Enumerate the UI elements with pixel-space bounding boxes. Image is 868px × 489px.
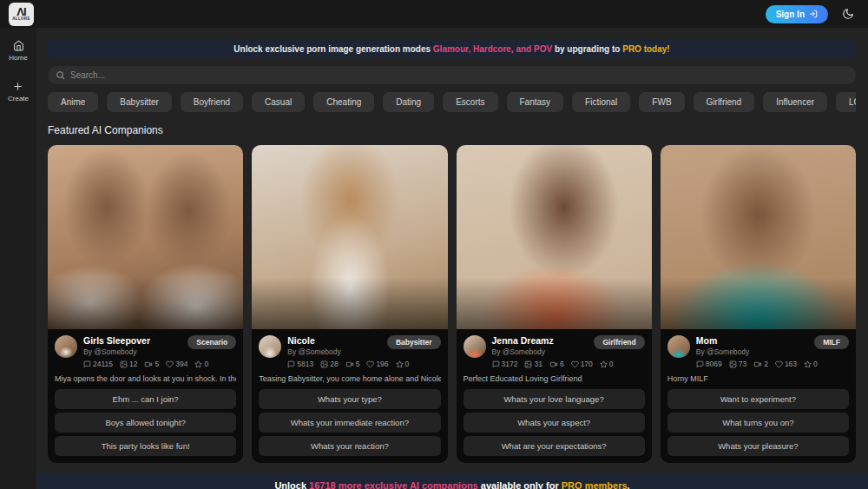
sign-in-label: Sign In <box>776 10 805 19</box>
companion-stats: 3172 31 6 170 0 <box>492 360 614 368</box>
stars-count: 0 <box>813 360 818 368</box>
category-chip-girlfriend[interactable]: Girlfriend <box>694 92 755 112</box>
companion-author: By @Somebody <box>696 347 818 356</box>
avatar[interactable] <box>259 335 281 358</box>
companion-description: Miya opens the door and looks at you in … <box>55 374 236 383</box>
upgrade-banner-bottom[interactable]: Unlock 16718 more exclusive AI companion… <box>36 473 868 489</box>
image-count-icon <box>120 360 128 368</box>
section-title: Featured AI Companions <box>48 124 856 136</box>
likes-icon <box>166 360 174 368</box>
banner-text: . <box>628 480 630 489</box>
prompt-button[interactable]: What are your expectations? <box>464 436 645 456</box>
moon-icon <box>842 8 854 20</box>
search-input[interactable] <box>70 70 848 80</box>
likes-icon <box>775 360 783 368</box>
category-chip-dating[interactable]: Dating <box>383 92 434 112</box>
companion-description: Horny MILF <box>667 374 849 383</box>
login-icon <box>809 10 818 18</box>
plus-icon <box>12 81 23 92</box>
category-chip-fictional[interactable]: Fictional <box>572 92 630 112</box>
category-chip-fantasy[interactable]: Fantasy <box>507 92 564 112</box>
companion-stats: 5813 28 5 196 0 <box>287 360 409 368</box>
prompt-button[interactable]: Whats your pleasure? <box>667 436 849 456</box>
prompt-button[interactable]: Want to experiment? <box>667 389 849 409</box>
category-badge[interactable]: Scenario <box>187 335 236 349</box>
chat-count: 24115 <box>93 360 113 368</box>
companion-card-grid: Girls Sleepover By @Somebody 24115 12 5 … <box>48 145 856 463</box>
banner-text: Unlock <box>274 480 309 489</box>
avatar[interactable] <box>55 335 77 358</box>
prompt-button[interactable]: What turns you on? <box>667 413 849 433</box>
dark-mode-toggle[interactable] <box>842 8 854 20</box>
stars-count: 0 <box>204 360 208 368</box>
video-count: 5 <box>155 360 159 368</box>
sidebar-item-create[interactable]: Create <box>8 81 29 102</box>
companion-image[interactable] <box>661 145 856 329</box>
banner-highlight-modes: Glamour, Hardcore, and POV <box>433 44 552 54</box>
prompt-button[interactable]: Ehm ... can I join? <box>55 389 236 409</box>
video-count-icon <box>144 360 153 368</box>
category-chip-fwb[interactable]: FWB <box>639 92 684 112</box>
companion-card: Girls Sleepover By @Somebody 24115 12 5 … <box>48 145 243 463</box>
video-count: 2 <box>764 360 768 368</box>
companion-image[interactable] <box>252 145 447 329</box>
search-bar[interactable] <box>48 66 856 84</box>
prompt-list: Want to experiment? What turns you on? W… <box>667 389 849 456</box>
avatar[interactable] <box>667 335 690 358</box>
banner-highlight-pro: PRO today! <box>622 44 669 54</box>
brand-logo[interactable]: ΛI ALLURE <box>9 3 34 26</box>
sidebar-item-home[interactable]: Home <box>9 40 27 62</box>
companion-description: Perfect Educated Loving Girlfriend <box>464 374 645 383</box>
category-chip-boyfriend[interactable]: Boyfriend <box>181 92 243 112</box>
prompt-list: Whats your type? Whats your immediate re… <box>259 389 440 456</box>
prompt-list: Whats your love language? Whats your asp… <box>464 389 645 456</box>
stars-count: 0 <box>405 360 410 368</box>
banner-highlight-pro: PRO members <box>562 480 628 489</box>
companion-stats: 24115 12 5 394 0 <box>83 360 208 368</box>
prompt-button[interactable]: Whats your reaction? <box>259 436 440 456</box>
image-count-icon <box>729 360 737 368</box>
prompt-button[interactable]: Whats your aspect? <box>464 413 645 433</box>
category-chip-babysitter[interactable]: Babysitter <box>107 92 171 112</box>
category-chip-cheating[interactable]: Cheating <box>313 92 374 112</box>
image-count: 28 <box>330 360 338 368</box>
chat-count-icon <box>287 360 295 368</box>
image-count-icon <box>320 360 328 368</box>
chat-count-icon <box>492 360 500 368</box>
brand-logo-subtext: ALLURE <box>12 17 30 21</box>
category-badge[interactable]: Girlfriend <box>594 335 644 349</box>
category-badge[interactable]: MILF <box>814 335 849 349</box>
companion-author: By @Somebody <box>492 347 614 356</box>
sidebar: Home Create <box>0 28 36 489</box>
prompt-button[interactable]: Boys allowed tonight? <box>55 413 236 433</box>
prompt-button[interactable]: Whats your type? <box>259 389 440 409</box>
category-chip-lgbtq-[interactable]: LGBTQ+ <box>836 92 856 112</box>
sidebar-item-label: Home <box>9 54 27 62</box>
avatar[interactable] <box>464 335 486 358</box>
category-chip-influencer[interactable]: Influencer <box>763 92 827 112</box>
video-count: 5 <box>356 360 360 368</box>
upgrade-banner-top[interactable]: Unlock exclusive porn image generation m… <box>48 40 856 58</box>
prompt-button[interactable]: Whats your love language? <box>464 389 645 409</box>
likes-count: 394 <box>175 360 187 368</box>
prompt-list: Ehm ... can I join? Boys allowed tonight… <box>55 389 236 456</box>
home-icon <box>13 40 24 51</box>
category-badge[interactable]: Babysitter <box>387 335 441 349</box>
banner-text: available only for <box>478 480 562 489</box>
chat-count-icon <box>696 360 704 368</box>
sign-in-button[interactable]: Sign In <box>766 5 828 23</box>
image-count: 31 <box>534 360 542 368</box>
companion-image[interactable] <box>457 145 652 329</box>
companion-card: Nicole By @Somebody 5813 28 5 196 0 Baby… <box>252 145 447 463</box>
companion-name[interactable]: Mom <box>696 335 818 346</box>
prompt-button[interactable]: Whats your immediate reaction? <box>259 413 440 433</box>
category-chip-escorts[interactable]: Escorts <box>443 92 497 112</box>
companion-image[interactable] <box>48 145 243 329</box>
category-chip-casual[interactable]: Casual <box>252 92 305 112</box>
prompt-button[interactable]: This party looks like fun! <box>55 436 236 456</box>
likes-count: 170 <box>581 360 593 368</box>
chat-count-icon <box>83 360 91 368</box>
category-chip-anime[interactable]: Anime <box>48 92 98 112</box>
image-count-icon <box>524 360 532 368</box>
chat-count: 8069 <box>706 360 722 368</box>
